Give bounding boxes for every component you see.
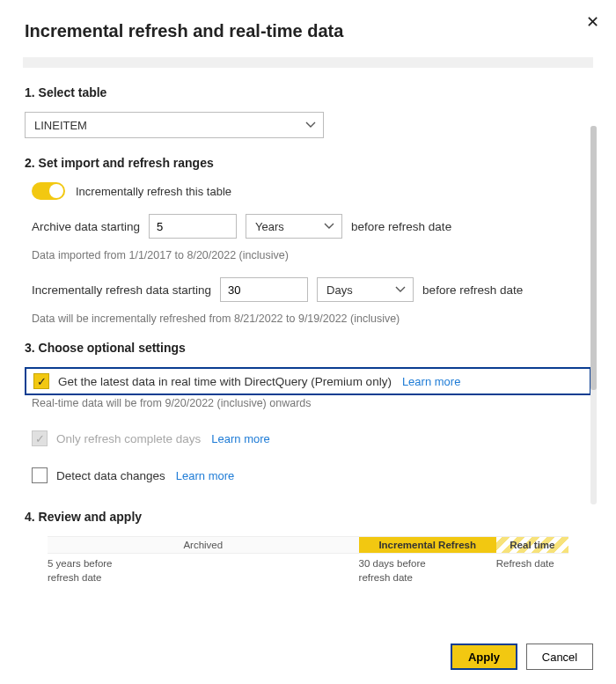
timeline-segment-incremental: Incremental Refresh: [359, 536, 496, 554]
option-complete-days-row: ✓ Only refresh complete days Learn more: [25, 425, 591, 452]
archive-prefix-label: Archive data starting: [32, 220, 140, 233]
incremental-prefix-label: Incrementally refresh data starting: [32, 283, 211, 297]
section-1-title: 1. Select table: [25, 85, 591, 99]
section-4-title: 4. Review and apply: [25, 510, 591, 524]
option-complete-days-label: Only refresh complete days: [56, 432, 201, 445]
check-icon: ✓: [37, 376, 47, 387]
incremental-suffix-label: before refresh date: [422, 283, 523, 297]
option-realtime-checkbox[interactable]: ✓: [33, 373, 49, 389]
incremental-row: Incrementally refresh data starting Days…: [25, 277, 591, 302]
incremental-unit-select[interactable]: Days: [317, 277, 414, 302]
dialog-actions: Apply Cancel: [451, 644, 593, 670]
incremental-refresh-toggle[interactable]: [32, 182, 65, 200]
incremental-value-input[interactable]: [220, 277, 308, 302]
dialog-title: Incremental refresh and real-time data: [25, 21, 591, 41]
archive-hint: Data imported from 1/1/2017 to 8/20/2022…: [25, 249, 591, 261]
table-select-value: LINEITEM: [34, 119, 87, 132]
scroll-area: 1. Select table LINEITEM 2. Set import a…: [25, 85, 591, 585]
check-icon: ✓: [35, 433, 45, 445]
apply-button[interactable]: Apply: [451, 644, 517, 670]
option-detect-changes-checkbox[interactable]: [32, 467, 48, 483]
section-3-title: 3. Choose optional settings: [25, 341, 591, 355]
option-realtime-row: ✓ Get the latest data in real time with …: [25, 367, 591, 395]
archive-unit-select[interactable]: Years: [246, 214, 342, 239]
option-detect-changes-learn-more-link[interactable]: Learn more: [176, 469, 234, 482]
incremental-hint: Data will be incrementally refreshed fro…: [25, 313, 591, 325]
option-realtime-learn-more-link[interactable]: Learn more: [402, 375, 460, 388]
timeline-segment-archived: Archived: [48, 536, 359, 554]
scrollbar-thumb[interactable]: [590, 126, 597, 390]
option-complete-days-learn-more-link[interactable]: Learn more: [211, 432, 269, 445]
archive-row: Archive data starting Years before refre…: [25, 214, 591, 239]
close-icon: ✕: [586, 13, 599, 31]
chevron-down-icon: [395, 286, 406, 293]
cancel-button[interactable]: Cancel: [526, 644, 593, 670]
realtime-hint: Real-time data will be from 9/20/2022 (i…: [25, 397, 591, 409]
timeline-label-refresh: Refresh date: [496, 557, 568, 585]
option-realtime-label: Get the latest data in real time with Di…: [58, 375, 392, 388]
archive-value-input[interactable]: [149, 214, 237, 239]
option-detect-changes-row: Detect data changes Learn more: [25, 462, 591, 489]
archive-suffix-label: before refresh date: [351, 220, 451, 233]
option-detect-changes-label: Detect data changes: [56, 469, 165, 482]
timeline-label-incremental: 30 days before refresh date: [359, 557, 496, 585]
progress-bar: [23, 57, 593, 68]
scrollbar[interactable]: [590, 126, 597, 504]
table-select[interactable]: LINEITEM: [25, 112, 324, 138]
timeline-label-archived: 5 years before refresh date: [48, 557, 359, 585]
timeline: Archived Incremental Refresh Real time 5…: [25, 536, 591, 585]
close-button[interactable]: ✕: [583, 12, 602, 32]
incremental-refresh-toggle-label: Incrementally refresh this table: [76, 185, 231, 198]
chevron-down-icon: [305, 121, 316, 129]
incremental-refresh-dialog: ✕ Incremental refresh and real-time data…: [0, 0, 616, 684]
option-complete-days-checkbox: ✓: [32, 430, 48, 446]
section-2-title: 2. Set import and refresh ranges: [25, 156, 591, 170]
timeline-segment-realtime: Real time: [496, 536, 568, 554]
chevron-down-icon: [324, 223, 334, 230]
